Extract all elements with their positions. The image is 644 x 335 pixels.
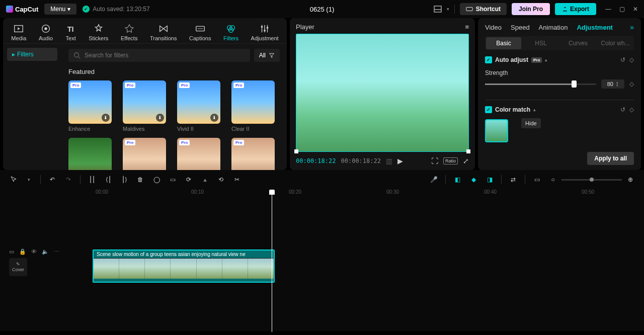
tab-captions-label: Captions — [189, 35, 211, 41]
rotate-tool[interactable]: ⟲ — [216, 175, 225, 184]
reverse-tool[interactable]: ⟳ — [184, 175, 193, 184]
scale-icon[interactable]: ⛶ — [431, 157, 438, 165]
cursor-tool[interactable] — [9, 175, 18, 184]
filter-thumb[interactable]: Pro — [123, 138, 166, 170]
stepper-icon[interactable]: ▴▾ — [616, 81, 618, 87]
video-clip[interactable]: Scene slow motion of a group teens asian… — [93, 249, 275, 283]
subtab-basic[interactable]: Basic — [486, 37, 521, 49]
undo-button[interactable]: ↶ — [48, 175, 57, 184]
timeline-ruler[interactable]: 00:00 00:10 00:20 00:30 00:40 00:50 — [75, 189, 639, 197]
keyframe-icon[interactable]: ◇ — [629, 56, 634, 63]
caret-up-icon[interactable]: ▴ — [545, 57, 547, 62]
split-tool[interactable]: ⎮⎮ — [88, 175, 97, 184]
download-icon[interactable]: ⬇ — [156, 114, 164, 122]
track-more-icon[interactable]: ⋯ — [54, 248, 59, 255]
minimize-button[interactable]: — — [605, 6, 611, 13]
crop-tool[interactable]: ✂ — [232, 175, 242, 184]
magnet-start-icon[interactable]: ◧ — [453, 175, 462, 184]
sidebar-filters-category[interactable]: ▸ Filters — [7, 48, 57, 61]
tab-audio[interactable]: Audio — [36, 21, 56, 43]
zoom-out-button[interactable]: ○ — [548, 175, 557, 184]
cover-button[interactable]: ✎ Cover — [9, 258, 27, 276]
delete-tool[interactable]: 🗑 — [136, 175, 145, 184]
redo-button[interactable]: ↷ — [64, 175, 73, 184]
track-mute-icon[interactable]: 🔈 — [42, 248, 49, 255]
preview-icon[interactable]: ▭ — [532, 175, 541, 184]
all-filter-button[interactable]: All — [254, 49, 280, 62]
chevron-down-icon[interactable]: ▾ — [24, 175, 33, 184]
tab-speed[interactable]: Speed — [511, 24, 530, 31]
filter-thumb-enhance[interactable]: Pro⬇ — [68, 80, 112, 124]
all-label: All — [259, 52, 266, 59]
player-viewport[interactable] — [296, 34, 469, 152]
timeline-tracks[interactable]: Scene slow motion of a group teens asian… — [70, 199, 639, 325]
search-input[interactable] — [85, 52, 245, 59]
tab-text[interactable]: TIText — [62, 21, 79, 43]
auto-adjust-checkbox[interactable]: ✓ — [485, 56, 492, 63]
tab-adjustment[interactable]: Adjustment — [248, 21, 282, 43]
track-lock-icon[interactable]: 🔒 — [19, 248, 26, 255]
clip-title: Scene slow motion of a group teens asian… — [94, 250, 274, 258]
filter-thumb-maldives[interactable]: Pro⬇ — [123, 80, 166, 124]
track-layer-icon[interactable]: ▭ — [9, 248, 14, 255]
subtab-hsl[interactable]: HSL — [523, 37, 558, 49]
tab-animation[interactable]: Animation — [539, 24, 568, 31]
search-input-wrapper[interactable] — [68, 49, 250, 62]
magnet-icon[interactable]: ◆ — [469, 175, 478, 184]
freeze-tool[interactable]: ▭ — [168, 175, 177, 184]
apply-to-all-button[interactable]: Apply to all — [587, 152, 634, 165]
marker-tool[interactable]: ◯ — [152, 175, 161, 184]
tab-captions[interactable]: Captions — [186, 21, 214, 43]
tab-adjustment-right[interactable]: Adjustment — [577, 24, 613, 31]
filter-thumb[interactable]: Pro — [231, 138, 275, 170]
mic-icon[interactable]: 🎤 — [429, 175, 438, 184]
chevron-down-icon[interactable]: ▾ — [447, 7, 449, 12]
fullscreen-icon[interactable]: ⤢ — [463, 157, 469, 165]
tab-filters[interactable]: Filters — [220, 21, 242, 43]
player-menu-icon[interactable]: ≡ — [465, 23, 469, 31]
trim-right-tool[interactable]: ⎮⟩ — [120, 175, 129, 184]
ratio-button[interactable]: Ratio — [443, 157, 458, 164]
keyframe-icon[interactable]: ◇ — [629, 80, 634, 88]
subtab-colorwheel[interactable]: Color wh... — [598, 37, 633, 49]
filter-thumb[interactable] — [68, 138, 112, 170]
expand-icon[interactable]: » — [630, 23, 634, 31]
mirror-tool[interactable]: ⟁ — [200, 175, 209, 184]
strength-slider[interactable] — [485, 83, 596, 85]
track-visibility-icon[interactable]: 👁 — [31, 248, 37, 255]
tab-effects[interactable]: Effects — [118, 21, 140, 43]
subtab-curves[interactable]: Curves — [560, 37, 596, 49]
keyframe-icon[interactable]: ◇ — [629, 106, 634, 113]
reset-icon[interactable]: ↺ — [620, 106, 625, 113]
maximize-button[interactable]: ▢ — [619, 6, 625, 13]
zoom-in-button[interactable]: ⊕ — [626, 175, 635, 184]
tab-transitions[interactable]: Transitions — [147, 21, 180, 43]
download-icon[interactable]: ⬇ — [210, 114, 218, 122]
magnet-end-icon[interactable]: ◨ — [485, 175, 494, 184]
color-match-reference[interactable] — [485, 119, 508, 142]
filter-thumb-vivid[interactable]: Pro⬇ — [177, 80, 220, 124]
playhead[interactable] — [272, 191, 272, 332]
export-button[interactable]: Export — [555, 3, 596, 15]
layout-icon[interactable] — [434, 5, 442, 13]
trim-left-tool[interactable]: ⟨⎮ — [104, 175, 113, 184]
compare-icon[interactable]: ▥ — [386, 157, 392, 165]
tab-media[interactable]: Media — [8, 21, 29, 43]
zoom-slider[interactable] — [561, 179, 622, 181]
join-pro-button[interactable]: Join Pro — [512, 3, 550, 15]
color-match-checkbox[interactable]: ✓ — [485, 106, 492, 113]
caret-up-icon[interactable]: ▴ — [533, 107, 536, 112]
shortcut-button[interactable]: Shortcut — [460, 3, 507, 15]
reset-icon[interactable]: ↺ — [620, 56, 625, 63]
tab-video[interactable]: Video — [485, 24, 502, 31]
strength-value-input[interactable]: 80▴▾ — [601, 79, 624, 89]
menu-button[interactable]: Menu ▾ — [44, 4, 76, 15]
close-button[interactable]: ✕ — [633, 6, 638, 13]
tab-stickers[interactable]: Stickers — [86, 21, 111, 43]
filter-thumb[interactable]: Pro — [177, 138, 220, 170]
link-icon[interactable]: ⇄ — [509, 175, 518, 184]
filter-thumb-clear[interactable]: Pro — [231, 80, 275, 124]
play-button[interactable]: ▶ — [397, 157, 403, 165]
download-icon[interactable]: ⬇ — [102, 114, 110, 122]
ruler-tick: 00:50 — [582, 189, 594, 195]
